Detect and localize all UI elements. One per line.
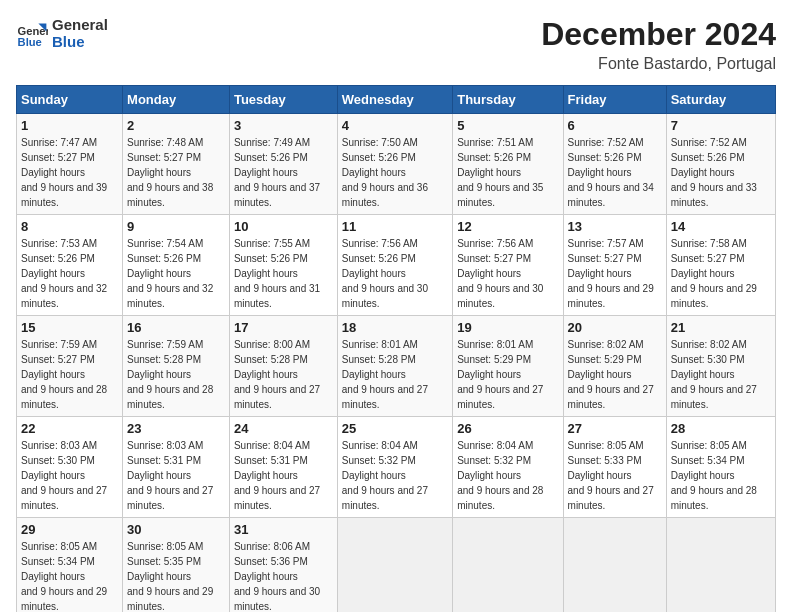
day-info: Sunrise: 8:05 AM Sunset: 5:34 PM Dayligh… [21,539,118,612]
calendar-cell: 17 Sunrise: 8:00 AM Sunset: 5:28 PM Dayl… [229,316,337,417]
calendar-cell: 25 Sunrise: 8:04 AM Sunset: 5:32 PM Dayl… [337,417,452,518]
calendar-cell: 7 Sunrise: 7:52 AM Sunset: 5:26 PM Dayli… [666,114,775,215]
subtitle: Fonte Bastardo, Portugal [541,55,776,73]
calendar-cell: 8 Sunrise: 7:53 AM Sunset: 5:26 PM Dayli… [17,215,123,316]
day-number: 13 [568,219,662,234]
logo-line1: General [52,16,108,33]
day-info: Sunrise: 7:54 AM Sunset: 5:26 PM Dayligh… [127,236,225,311]
day-info: Sunrise: 8:01 AM Sunset: 5:29 PM Dayligh… [457,337,558,412]
day-number: 2 [127,118,225,133]
day-info: Sunrise: 8:03 AM Sunset: 5:30 PM Dayligh… [21,438,118,513]
day-number: 27 [568,421,662,436]
day-number: 6 [568,118,662,133]
calendar-cell: 21 Sunrise: 8:02 AM Sunset: 5:30 PM Dayl… [666,316,775,417]
day-info: Sunrise: 8:05 AM Sunset: 5:33 PM Dayligh… [568,438,662,513]
day-number: 7 [671,118,771,133]
calendar-week-3: 15 Sunrise: 7:59 AM Sunset: 5:27 PM Dayl… [17,316,776,417]
col-header-thursday: Thursday [453,86,563,114]
day-number: 17 [234,320,333,335]
day-number: 11 [342,219,448,234]
col-header-saturday: Saturday [666,86,775,114]
main-title: December 2024 [541,16,776,53]
calendar-cell: 16 Sunrise: 7:59 AM Sunset: 5:28 PM Dayl… [123,316,230,417]
calendar-cell: 29 Sunrise: 8:05 AM Sunset: 5:34 PM Dayl… [17,518,123,613]
calendar-cell: 5 Sunrise: 7:51 AM Sunset: 5:26 PM Dayli… [453,114,563,215]
header: General Blue General Blue December 2024 … [16,16,776,73]
day-number: 24 [234,421,333,436]
title-area: December 2024 Fonte Bastardo, Portugal [541,16,776,73]
calendar-cell: 12 Sunrise: 7:56 AM Sunset: 5:27 PM Dayl… [453,215,563,316]
day-info: Sunrise: 7:58 AM Sunset: 5:27 PM Dayligh… [671,236,771,311]
day-number: 10 [234,219,333,234]
day-info: Sunrise: 7:52 AM Sunset: 5:26 PM Dayligh… [671,135,771,210]
calendar-cell: 18 Sunrise: 8:01 AM Sunset: 5:28 PM Dayl… [337,316,452,417]
calendar-cell: 22 Sunrise: 8:03 AM Sunset: 5:30 PM Dayl… [17,417,123,518]
day-info: Sunrise: 7:56 AM Sunset: 5:26 PM Dayligh… [342,236,448,311]
day-number: 30 [127,522,225,537]
day-info: Sunrise: 8:06 AM Sunset: 5:36 PM Dayligh… [234,539,333,612]
calendar-cell: 30 Sunrise: 8:05 AM Sunset: 5:35 PM Dayl… [123,518,230,613]
calendar-cell: 23 Sunrise: 8:03 AM Sunset: 5:31 PM Dayl… [123,417,230,518]
day-info: Sunrise: 7:55 AM Sunset: 5:26 PM Dayligh… [234,236,333,311]
calendar-cell: 20 Sunrise: 8:02 AM Sunset: 5:29 PM Dayl… [563,316,666,417]
day-info: Sunrise: 8:02 AM Sunset: 5:30 PM Dayligh… [671,337,771,412]
day-number: 1 [21,118,118,133]
day-number: 31 [234,522,333,537]
day-info: Sunrise: 8:00 AM Sunset: 5:28 PM Dayligh… [234,337,333,412]
calendar-cell: 4 Sunrise: 7:50 AM Sunset: 5:26 PM Dayli… [337,114,452,215]
day-number: 3 [234,118,333,133]
calendar-cell: 31 Sunrise: 8:06 AM Sunset: 5:36 PM Dayl… [229,518,337,613]
day-info: Sunrise: 7:53 AM Sunset: 5:26 PM Dayligh… [21,236,118,311]
calendar-cell: 19 Sunrise: 8:01 AM Sunset: 5:29 PM Dayl… [453,316,563,417]
day-number: 23 [127,421,225,436]
day-info: Sunrise: 7:57 AM Sunset: 5:27 PM Dayligh… [568,236,662,311]
calendar-week-1: 1 Sunrise: 7:47 AM Sunset: 5:27 PM Dayli… [17,114,776,215]
day-number: 21 [671,320,771,335]
calendar-week-5: 29 Sunrise: 8:05 AM Sunset: 5:34 PM Dayl… [17,518,776,613]
day-info: Sunrise: 7:52 AM Sunset: 5:26 PM Dayligh… [568,135,662,210]
day-number: 15 [21,320,118,335]
day-number: 22 [21,421,118,436]
day-info: Sunrise: 7:50 AM Sunset: 5:26 PM Dayligh… [342,135,448,210]
calendar-header-row: SundayMondayTuesdayWednesdayThursdayFrid… [17,86,776,114]
calendar-cell [453,518,563,613]
day-info: Sunrise: 7:56 AM Sunset: 5:27 PM Dayligh… [457,236,558,311]
day-info: Sunrise: 7:49 AM Sunset: 5:26 PM Dayligh… [234,135,333,210]
calendar-cell: 13 Sunrise: 7:57 AM Sunset: 5:27 PM Dayl… [563,215,666,316]
day-number: 14 [671,219,771,234]
logo-icon: General Blue [16,17,48,49]
day-number: 16 [127,320,225,335]
day-number: 12 [457,219,558,234]
col-header-friday: Friday [563,86,666,114]
svg-text:Blue: Blue [18,36,42,48]
calendar-cell: 2 Sunrise: 7:48 AM Sunset: 5:27 PM Dayli… [123,114,230,215]
col-header-sunday: Sunday [17,86,123,114]
day-info: Sunrise: 8:03 AM Sunset: 5:31 PM Dayligh… [127,438,225,513]
col-header-monday: Monday [123,86,230,114]
calendar-cell [666,518,775,613]
calendar-cell [337,518,452,613]
day-info: Sunrise: 8:04 AM Sunset: 5:32 PM Dayligh… [457,438,558,513]
day-info: Sunrise: 7:47 AM Sunset: 5:27 PM Dayligh… [21,135,118,210]
calendar-cell: 26 Sunrise: 8:04 AM Sunset: 5:32 PM Dayl… [453,417,563,518]
day-info: Sunrise: 8:04 AM Sunset: 5:31 PM Dayligh… [234,438,333,513]
day-number: 28 [671,421,771,436]
day-info: Sunrise: 7:59 AM Sunset: 5:27 PM Dayligh… [21,337,118,412]
calendar-week-2: 8 Sunrise: 7:53 AM Sunset: 5:26 PM Dayli… [17,215,776,316]
calendar-cell: 28 Sunrise: 8:05 AM Sunset: 5:34 PM Dayl… [666,417,775,518]
day-info: Sunrise: 8:04 AM Sunset: 5:32 PM Dayligh… [342,438,448,513]
day-info: Sunrise: 8:05 AM Sunset: 5:35 PM Dayligh… [127,539,225,612]
calendar-cell: 24 Sunrise: 8:04 AM Sunset: 5:31 PM Dayl… [229,417,337,518]
calendar-cell: 27 Sunrise: 8:05 AM Sunset: 5:33 PM Dayl… [563,417,666,518]
calendar-cell [563,518,666,613]
calendar-cell: 3 Sunrise: 7:49 AM Sunset: 5:26 PM Dayli… [229,114,337,215]
col-header-wednesday: Wednesday [337,86,452,114]
calendar-cell: 15 Sunrise: 7:59 AM Sunset: 5:27 PM Dayl… [17,316,123,417]
col-header-tuesday: Tuesday [229,86,337,114]
day-number: 18 [342,320,448,335]
calendar-cell: 9 Sunrise: 7:54 AM Sunset: 5:26 PM Dayli… [123,215,230,316]
day-number: 4 [342,118,448,133]
day-info: Sunrise: 8:01 AM Sunset: 5:28 PM Dayligh… [342,337,448,412]
calendar-body: 1 Sunrise: 7:47 AM Sunset: 5:27 PM Dayli… [17,114,776,613]
logo: General Blue General Blue [16,16,108,50]
